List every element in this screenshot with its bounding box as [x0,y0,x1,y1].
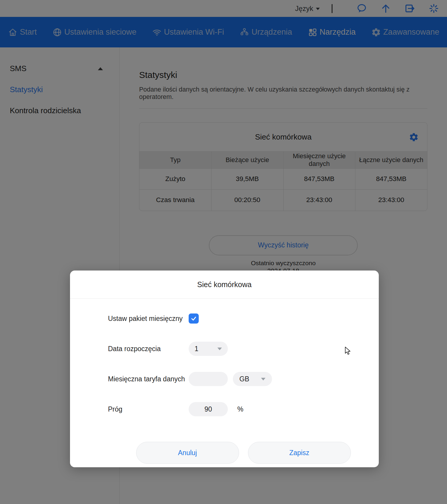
monthly-package-checkbox[interactable] [189,313,199,324]
modal-header: Sieć komórkowa [70,271,379,299]
monthly-package-row: Ustaw pakiet miesięczny [108,311,379,326]
cellular-settings-modal: Sieć komórkowa Ustaw pakiet miesięczny D… [70,271,379,467]
modal-title: Sieć komórkowa [197,280,252,289]
caret-down-icon [217,348,222,350]
checkmark-icon [190,315,197,322]
threshold-label: Próg [108,405,189,413]
modal-buttons: Anuluj Zapisz [108,442,379,464]
data-plan-input[interactable] [189,372,228,386]
data-plan-label: Miesięczna taryfa danych [108,375,189,383]
start-date-select[interactable]: 1 [189,342,228,356]
data-plan-row: Miesięczna taryfa danych GB [108,372,379,386]
modal-body: Ustaw pakiet miesięczny Data rozpoczęcia… [70,299,379,464]
monthly-package-label: Ustaw pakiet miesięczny [108,315,189,323]
threshold-row: Próg % [108,402,379,417]
start-date-label: Data rozpoczęcia [108,345,189,353]
threshold-unit: % [237,405,243,413]
threshold-input[interactable] [189,402,228,416]
start-date-row: Data rozpoczęcia 1 [108,341,379,356]
caret-down-icon [261,378,265,380]
data-plan-unit-select[interactable]: GB [233,372,272,386]
save-button[interactable]: Zapisz [248,442,351,464]
data-plan-unit-value: GB [239,375,249,383]
cancel-button[interactable]: Anuluj [136,442,239,464]
start-date-value: 1 [195,345,198,353]
